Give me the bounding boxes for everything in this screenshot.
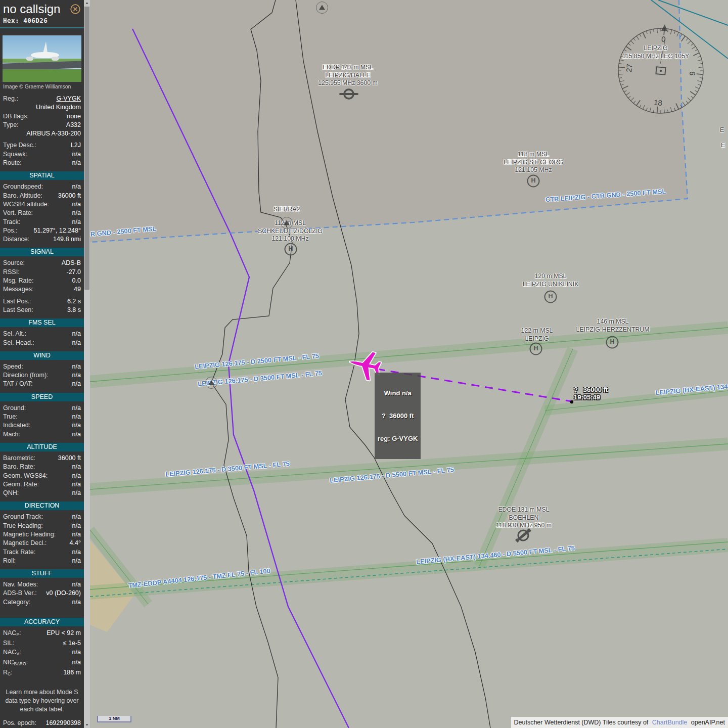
vfr-point-icon (281, 217, 293, 229)
scroll-down-icon[interactable]: ▼ (84, 722, 90, 728)
data-row: AIRBUS A-330-200 (0, 129, 84, 138)
section-header-stuff: STUFF (0, 569, 84, 578)
row-value: n/a (72, 380, 81, 388)
data-row: True:n/a (0, 413, 84, 421)
aircraft-photo (3, 35, 81, 82)
rose-tick-label: 18 (653, 98, 662, 107)
aircraft-tooltip: Wind n/a ? 36000 ft reg: G-VYGK (375, 373, 421, 459)
map-graphics: 0 6 18 27 (90, 0, 728, 728)
row-value: United Kingdom (36, 103, 81, 112)
scrollbar-thumb[interactable] (84, 7, 89, 290)
callsign-title: no callsign (3, 3, 60, 16)
data-row: Vert. Rate:n/a (0, 209, 84, 217)
data-row: Pos. epoch:1692990398 (0, 719, 84, 727)
photo-aircraft-engine (26, 57, 33, 60)
row-value: 51.297°, 12.248° (34, 226, 81, 235)
data-row: NICBARO:n/a (0, 658, 84, 668)
row-value: n/a (72, 150, 81, 159)
learn-more-note: Learn more about Mode S data type by hov… (0, 688, 84, 714)
data-row: True Heading:n/a (0, 522, 84, 530)
data-row: Roll:n/a (0, 557, 84, 565)
photo-aircraft-engine (52, 57, 59, 60)
vfr-point-icon (205, 377, 217, 389)
data-row: Baro. Rate:n/a (0, 463, 84, 471)
spatial-rows: Groundspeed:n/aBaro. Altitude:36000 ftWG… (0, 183, 84, 244)
row-value: n/a (72, 330, 81, 338)
data-row: Geom. WGS84:n/a (0, 472, 84, 480)
row-value: n/a (72, 557, 81, 565)
data-row: Ground:n/a (0, 404, 84, 413)
row-value: 6.2 s (67, 297, 81, 306)
data-row: Track Rate:n/a (0, 548, 84, 557)
airway-corridors (90, 328, 728, 604)
section-header-speed: SPEED (0, 393, 84, 401)
scroll-up-icon[interactable]: ▲ (84, 0, 90, 6)
trail-endpoint (570, 400, 573, 403)
attribution-openaip: openAIP.net (691, 719, 725, 726)
row-value: n/a (72, 421, 81, 430)
photo-aircraft-tail (43, 41, 48, 53)
section-header-direction: DIRECTION (0, 502, 84, 510)
attribution-text: Deutscher Wetterdienst (DWD) Tiles court… (514, 719, 649, 726)
signal-rows: Source:ADS-BRSSI:-27.0Msg. Rate:0.0Messa… (0, 259, 84, 314)
rose-tick-label: 6 (688, 71, 697, 76)
row-value: 4.4° (70, 539, 81, 548)
section-header-accuracy: ACCURACY (0, 618, 84, 626)
data-row: Messages:49 (0, 285, 84, 294)
data-row: Geom. Rate:n/a (0, 480, 84, 489)
section-header-fms: FMS SEL (0, 318, 84, 327)
data-row: Direction (from):n/a (0, 371, 84, 380)
helipad-icon: H (530, 343, 542, 355)
row-value: EPU < 92 m (47, 629, 81, 639)
data-row: Barometric:36000 ft (0, 454, 84, 463)
learn-more-line: data type by hovering over (0, 697, 84, 705)
row-value: 1692990398 (46, 719, 81, 727)
data-row: TAT / OAT:n/a (0, 380, 84, 388)
data-row: Distance:149.8 nmi (0, 235, 84, 244)
footer-rows: Pos. epoch:1692990398 (0, 719, 84, 727)
row-value: n/a (72, 159, 81, 167)
data-row: Category:n/a (0, 598, 84, 607)
scale-bar: 1 NM (97, 716, 131, 722)
data-row: Track:n/a (0, 218, 84, 226)
aircraft-info-rows: Reg.:G-VYGKUnited KingdomDB flags:noneTy… (0, 95, 84, 167)
learn-more-line: Learn more about Mode S (0, 688, 84, 697)
panel-titlebar: no callsign (0, 0, 84, 16)
row-value: n/a (72, 648, 81, 658)
sidebar-scrollbar[interactable]: ▲ ▼ (84, 0, 90, 728)
tooltip-altitude: ? 36000 ft (378, 412, 418, 420)
data-row: Msg. Rate:0.0 (0, 277, 84, 285)
helipad-icon: H (527, 175, 540, 188)
row-value: v0 (DO-260) (46, 589, 81, 598)
chartbundle-link[interactable]: ChartBundle (652, 719, 688, 726)
map[interactable]: 0 6 18 27 EDDP 143 m MSLLEIPZIG/HALLE125… (90, 0, 728, 728)
learn-more-line: each data label. (0, 705, 84, 714)
data-row: DB flags:none (0, 112, 84, 121)
data-row: United Kingdom (0, 103, 84, 112)
data-row: Source:ADS-B (0, 259, 84, 267)
data-row: Baro. Altitude:36000 ft (0, 192, 84, 200)
data-row: WGS84 altitude:n/a (0, 200, 84, 209)
data-row: RC:186 m (0, 668, 84, 678)
data-row: Type:A332 (0, 121, 84, 129)
tooltip-wind: Wind n/a (378, 389, 418, 397)
row-value: 36000 ft (58, 192, 81, 200)
data-row: Last Seen:3.8 s (0, 306, 84, 314)
hex-row: Hex: 406D26 (0, 16, 84, 26)
row-value: ADS-B (62, 259, 81, 267)
data-row: NACP:EPU < 92 m (0, 629, 84, 639)
row-value: 3.8 s (67, 306, 81, 314)
row-value: n/a (72, 489, 81, 497)
row-value: n/a (72, 472, 81, 480)
registration-link[interactable]: G-VYGK (56, 95, 81, 103)
data-row: RSSI:-27.0 (0, 268, 84, 277)
photo-grass (3, 69, 81, 82)
data-row: Squawk:n/a (0, 150, 84, 159)
row-value: ≤ 1e-5 (63, 639, 81, 648)
aircraft-info-panel: no callsign Hex: 406D26 Image © Graeme W… (0, 0, 84, 728)
stuff-rows: Nav. Modes:n/aADS-B Ver.:v0 (DO-260)Cate… (0, 580, 84, 607)
altitude-rows: Barometric:36000 ftBaro. Rate:n/aGeom. W… (0, 454, 84, 497)
data-row: SIL:≤ 1e-5 (0, 639, 84, 648)
close-icon[interactable] (70, 4, 81, 15)
row-value: 36000 ft (58, 454, 81, 463)
